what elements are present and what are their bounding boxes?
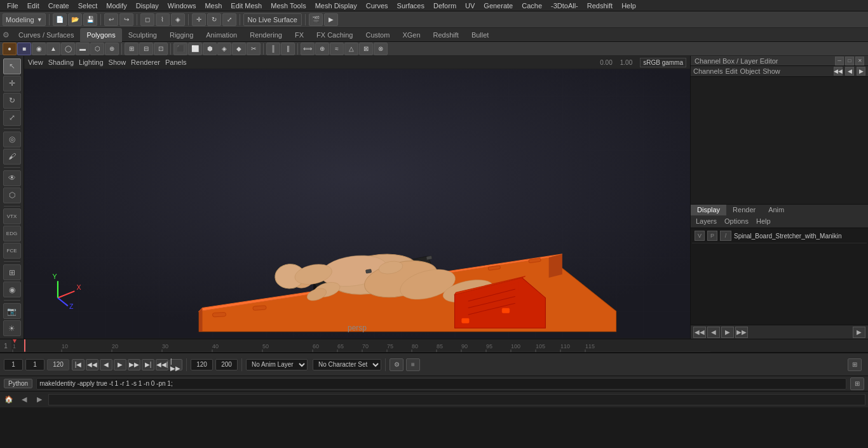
disk-btn[interactable]: ⬡ [90, 43, 104, 55]
move-tool-btn[interactable]: ✛ [192, 13, 206, 26]
channel-box-minimize[interactable]: ─ [835, 57, 844, 65]
save-scene-btn[interactable]: 💾 [83, 13, 97, 26]
tab-fx-caching[interactable]: FX Caching [310, 28, 359, 42]
color-space-dropdown[interactable]: sRGB gamma [640, 58, 686, 67]
menu-file[interactable]: File [3, 1, 23, 10]
vertex-mode-btn[interactable]: VTX [3, 208, 21, 224]
new-scene-btn[interactable]: 📄 [53, 13, 67, 26]
cb-btn2[interactable]: ◀ [845, 67, 854, 76]
tab-bullet[interactable]: Bullet [465, 28, 496, 42]
rt-tab-render[interactable]: Render [726, 205, 762, 215]
anim-layer-dropdown[interactable]: No Anim Layer [246, 359, 308, 370]
soft-select-btn[interactable]: ◎ [3, 132, 21, 147]
layer-p-btn[interactable]: P [707, 231, 717, 241]
mirror-btn[interactable]: ⟺ [301, 43, 315, 55]
cb-object-tab[interactable]: Object [740, 67, 760, 75]
menu-mesh-display[interactable]: Mesh Display [311, 1, 362, 10]
viewport[interactable]: View Shading Lighting Show Renderer Pane… [24, 56, 690, 339]
cb-channels-tab[interactable]: Channels [693, 67, 722, 75]
bottom-prefs-btn[interactable]: ≡ [406, 358, 420, 371]
menu-help[interactable]: Help [617, 1, 641, 10]
rotate-tool-btn[interactable]: ↻ [207, 13, 221, 26]
combine-btn[interactable]: ⊞ [125, 43, 139, 55]
undo-btn[interactable]: ↩ [104, 13, 118, 26]
plane-btn[interactable]: ▬ [76, 43, 90, 55]
layers-help-tab[interactable]: Help [754, 217, 773, 225]
fill-hole-btn[interactable]: ◈ [217, 43, 231, 55]
vp-menu-panels[interactable]: Panels [165, 58, 187, 66]
tab-polygons[interactable]: Polygons [80, 28, 121, 42]
isolate-btn[interactable]: ⬡ [3, 187, 21, 203]
tab-curves-surfaces[interactable]: Curves / Surfaces [12, 28, 80, 42]
workspace-dropdown[interactable]: Modeling ▼ [3, 13, 46, 26]
menu-redshift[interactable]: Redshift [583, 1, 617, 10]
redo-btn[interactable]: ↪ [119, 13, 133, 26]
menu-select[interactable]: Select [74, 1, 102, 10]
tab-fx[interactable]: FX [288, 28, 310, 42]
face-mode-btn[interactable]: FCE [3, 243, 21, 259]
camera-tools-btn[interactable]: 📷 [3, 303, 21, 319]
skip-to-start-btn[interactable]: |◀ [72, 359, 85, 370]
menu-mesh[interactable]: Mesh [200, 1, 226, 10]
extrude-btn[interactable]: ⬛ [173, 43, 187, 55]
layer-row-main[interactable]: V P / Spinal_Board_Stretcher_with_Maniki… [692, 229, 867, 243]
vp-menu-show[interactable]: Show [109, 58, 126, 66]
edge-mode-btn[interactable]: EDG [3, 226, 21, 241]
tab-animation[interactable]: Animation [200, 28, 243, 42]
footer-icon-3[interactable]: ▶ [33, 393, 46, 406]
ipr-btn[interactable]: ▶ [324, 13, 338, 26]
move-tool-left[interactable]: ✛ [3, 76, 21, 92]
menu-modify[interactable]: Modify [102, 1, 131, 10]
script-editor-btn[interactable]: ⊞ [848, 358, 862, 371]
tab-xgen[interactable]: XGen [396, 28, 426, 42]
layers-back-btn[interactable]: ◀ [707, 327, 720, 338]
show-hide-btn[interactable]: 👁 [3, 170, 21, 186]
step-back-btn[interactable]: ◀◀ [86, 359, 98, 370]
range-start-input[interactable] [25, 359, 44, 370]
menu-display[interactable]: Display [132, 1, 163, 10]
live-surface-btn[interactable]: No Live Surface [243, 13, 302, 26]
layers-next-btn[interactable]: ▶▶ [735, 327, 748, 338]
cb-btn3[interactable]: ▶ [857, 67, 865, 76]
scale-tool-left[interactable]: ⤢ [3, 110, 21, 126]
menu-generate[interactable]: Generate [479, 1, 517, 10]
rt-tab-display[interactable]: Display [691, 205, 726, 215]
tab-rigging[interactable]: Rigging [163, 28, 200, 42]
menu-cache[interactable]: Cache [517, 1, 546, 10]
separate-btn[interactable]: ⊟ [139, 43, 153, 55]
layers-fwd-btn[interactable]: ▶ [721, 327, 734, 338]
menu-uv[interactable]: UV [461, 1, 479, 10]
select-tool-left[interactable]: ↖ [3, 58, 21, 74]
play-back-btn[interactable]: ◀ [100, 359, 112, 370]
select-tool-btn[interactable]: ◻ [140, 13, 154, 26]
reduce-btn[interactable]: △ [344, 43, 358, 55]
channel-box-float[interactable]: □ [845, 57, 854, 65]
max-frame-input[interactable] [215, 359, 238, 370]
rt-tab-anim[interactable]: Anim [762, 205, 790, 215]
bridge-btn[interactable]: ⬜ [188, 43, 202, 55]
current-frame-input[interactable] [4, 359, 23, 370]
lasso-btn[interactable]: ⌇ [156, 13, 170, 26]
menu-create[interactable]: Create [44, 1, 74, 10]
layers-tab[interactable]: Layers [693, 217, 719, 225]
status-icon1[interactable]: ⊞ [850, 377, 864, 390]
vp-menu-view[interactable]: View [28, 58, 43, 66]
pipe-btn[interactable]: ⊕ [105, 43, 119, 55]
skip-to-end-btn[interactable]: ▶| [142, 359, 154, 370]
jump-back-btn[interactable]: ◀◀| [156, 359, 168, 370]
render-btn[interactable]: 🎬 [309, 13, 323, 26]
open-scene-btn[interactable]: 📂 [68, 13, 82, 26]
boolean-btn[interactable]: ⊗ [374, 43, 388, 55]
tab-sculpting[interactable]: Sculpting [122, 28, 163, 42]
tab-rendering[interactable]: Rendering [243, 28, 288, 42]
anim-end-input[interactable] [191, 359, 213, 370]
snap-point-btn[interactable]: ◉ [3, 282, 21, 297]
tab-redshift[interactable]: Redshift [427, 28, 465, 42]
jump-fwd-btn[interactable]: |▶▶ [170, 359, 182, 370]
tab-custom[interactable]: Custom [360, 28, 397, 42]
menu-mesh-tools[interactable]: Mesh Tools [266, 1, 310, 10]
python-mode-label[interactable]: Python [4, 379, 32, 388]
cb-show-tab[interactable]: Show [763, 67, 780, 75]
layers-prev-btn[interactable]: ◀◀ [693, 327, 706, 338]
cone-btn[interactable]: ▲ [46, 43, 60, 55]
